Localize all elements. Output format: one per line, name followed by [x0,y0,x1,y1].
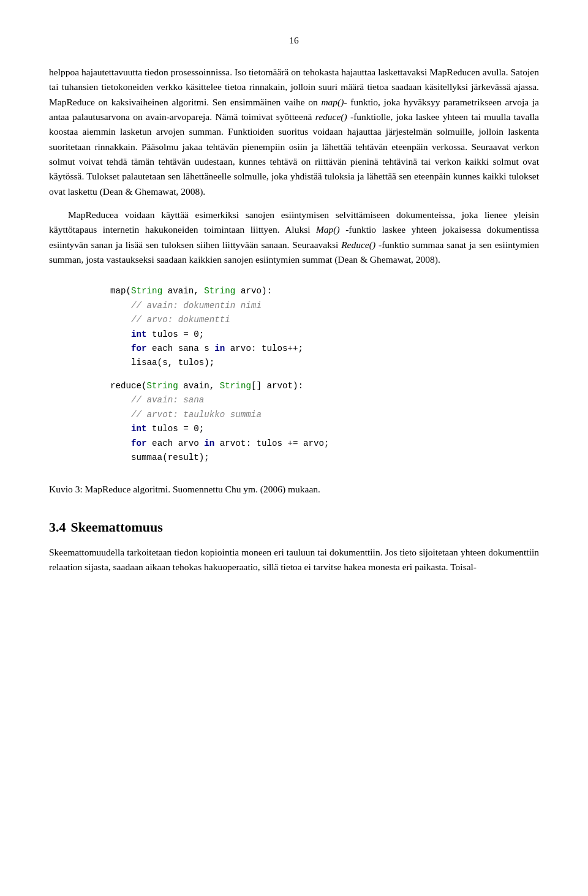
code-line-1: map(String avain, String arvo): [110,284,539,298]
code-line-11: for each arvo in arvot: tulos += arvo; [110,437,539,451]
section-heading: 3.4Skeemattomuus [49,519,539,536]
paragraph-2: MapReducea voidaan käyttää esimerkiksi s… [49,208,539,267]
figure-caption: Kuvio 3: MapReduce algoritmi. Suomennett… [49,482,539,497]
code-line-5: for each sana s in arvo: tulos++; [110,342,539,356]
code-gap [110,371,539,379]
code-line-12: summaa(result); [110,451,539,465]
code-line-3: // arvo: dokumentti [110,313,539,327]
code-line-10: int tulos = 0; [110,422,539,436]
code-line-7: reduce(String avain, String[] arvot): [110,379,539,393]
code-block: map(String avain, String arvo): // avain… [49,284,539,465]
section-paragraph: Skeemattomuudella tarkoitetaan tiedon ko… [49,545,539,575]
page-container: 16 helppoa hajautettavuutta tiedon prose… [0,0,588,896]
code-line-8: // avain: sana [110,393,539,407]
code-line-9: // arvot: taulukko summia [110,408,539,422]
code-line-6: lisaa(s, tulos); [110,356,539,370]
paragraph-1: helppoa hajautettavuutta tiedon prosesso… [49,65,539,199]
code-line-2: // avain: dokumentin nimi [110,299,539,313]
code-line-4: int tulos = 0; [110,328,539,342]
page-number: 16 [49,33,539,48]
italic-reduce: reduce() [315,111,347,122]
section-number: 3.4 [49,519,66,535]
italic-map: map() [321,97,344,107]
italic-reduce2: Reduce() [341,239,375,250]
italic-map2: Map() [316,224,340,235]
section-title: Skeemattomuus [71,519,163,535]
